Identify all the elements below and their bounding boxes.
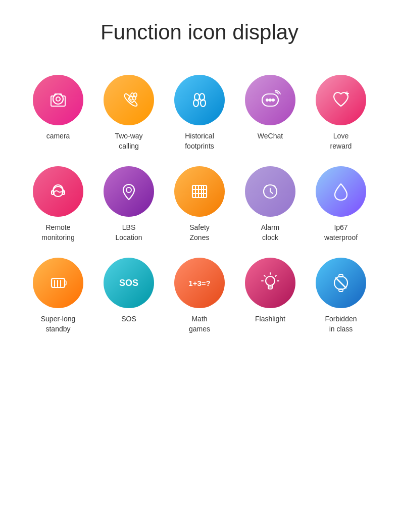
label-love-reward: Lovereward [330, 131, 352, 151]
svg-line-30 [265, 185, 267, 187]
icon-super-long-standby [33, 258, 83, 308]
svg-point-39 [266, 276, 275, 285]
icon-camera [33, 75, 83, 125]
svg-point-11 [266, 99, 268, 101]
item-alarm-clock: Alarmclock [240, 166, 301, 243]
icon-remote-monitoring [33, 166, 83, 217]
item-flashlight: Flashlight [240, 258, 301, 334]
svg-point-1 [56, 97, 60, 101]
icon-sos: SOS [104, 258, 154, 308]
item-remote-monitoring: Remotemonitoring [28, 166, 88, 243]
icon-love-reward [316, 75, 366, 125]
icon-wechat [245, 75, 295, 125]
label-forbidden-in-class: Forbiddenin class [325, 314, 357, 334]
svg-line-49 [336, 278, 346, 288]
item-sos: SOS SOS [98, 258, 159, 334]
item-historical-footprints: Historicalfootprints [169, 75, 230, 151]
label-math-games: Mathgames [189, 314, 210, 334]
svg-point-12 [269, 99, 271, 101]
svg-rect-48 [339, 289, 343, 292]
icon-ip67-waterproof [316, 166, 366, 217]
icon-lbs-location [104, 166, 154, 217]
label-lbs-location: LBSLocation [116, 223, 142, 243]
label-alarm-clock: Alarmclock [261, 223, 280, 243]
icon-grid: camera Two-waycalling His [28, 75, 371, 334]
page-title: Function icon display [101, 20, 298, 44]
icon-math-games: 1+3=? [174, 258, 225, 308]
svg-text:1+3=?: 1+3=? [188, 279, 210, 287]
svg-line-42 [275, 275, 276, 276]
item-lbs-location: LBSLocation [98, 166, 159, 243]
item-wechat: WeChat [240, 75, 301, 151]
icon-two-way-calling [104, 75, 154, 125]
item-two-way-calling: Two-waycalling [98, 75, 159, 151]
label-camera: camera [46, 131, 70, 141]
item-super-long-standby: Super-longstandby [28, 258, 88, 334]
icon-forbidden-in-class [316, 258, 366, 308]
svg-rect-33 [65, 281, 66, 285]
icon-safety-zones [174, 166, 225, 217]
label-flashlight: Flashlight [255, 314, 285, 324]
label-historical-footprints: Historicalfootprints [185, 131, 214, 151]
label-ip67-waterproof: Ip67waterproof [324, 223, 358, 243]
label-two-way-calling: Two-waycalling [115, 131, 142, 151]
svg-line-29 [270, 191, 273, 194]
icon-alarm-clock [245, 166, 295, 217]
label-wechat: WeChat [258, 131, 283, 141]
label-remote-monitoring: Remotemonitoring [41, 223, 74, 243]
svg-point-19 [126, 187, 131, 192]
icon-historical-footprints [174, 75, 225, 125]
item-camera: camera [28, 75, 88, 151]
item-forbidden-in-class: Forbiddenin class [311, 258, 371, 334]
item-ip67-waterproof: Ip67waterproof [311, 166, 371, 243]
item-love-reward: Lovereward [311, 75, 371, 151]
label-super-long-standby: Super-longstandby [41, 314, 76, 334]
svg-rect-47 [339, 274, 343, 277]
svg-rect-20 [192, 185, 207, 198]
svg-line-44 [264, 275, 265, 276]
label-sos: SOS [121, 314, 136, 324]
label-safety-zones: SafetyZones [189, 223, 210, 243]
svg-line-31 [274, 185, 276, 187]
icon-flashlight [245, 258, 295, 308]
svg-text:SOS: SOS [119, 278, 138, 288]
svg-point-13 [272, 99, 274, 101]
item-safety-zones: SafetyZones [169, 166, 230, 243]
item-math-games: 1+3=? Mathgames [169, 258, 230, 334]
